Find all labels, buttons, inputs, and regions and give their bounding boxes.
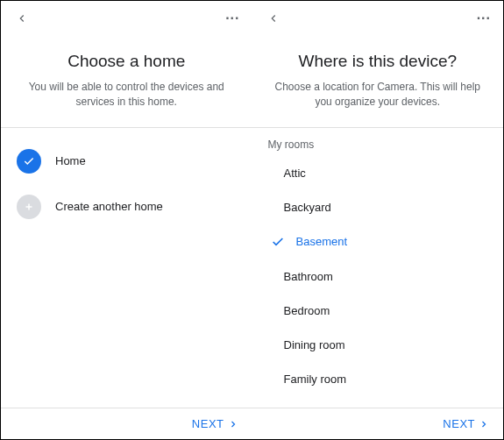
- footer: NEXT: [252, 408, 504, 439]
- page-subtitle: Choose a location for Camera. This will …: [273, 80, 483, 110]
- page-subtitle: You will be able to control the devices …: [22, 80, 231, 110]
- room-label: Family room: [268, 373, 347, 386]
- title-section: Choose a home You will be able to contro…: [1, 36, 252, 127]
- room-label: Attic: [268, 167, 306, 180]
- chevron-right-icon: [479, 419, 489, 429]
- create-home-option[interactable]: Create another home: [1, 184, 252, 230]
- chevron-left-icon: [16, 12, 28, 25]
- room-label: Dining room: [268, 338, 345, 351]
- header-bar: ···: [252, 1, 504, 36]
- chevron-left-icon: [267, 12, 280, 25]
- room-label: Backyard: [268, 201, 331, 214]
- header-bar: ···: [1, 1, 252, 36]
- room-option-family-room[interactable]: Family room: [252, 362, 504, 396]
- overflow-menu-button[interactable]: ···: [477, 11, 491, 26]
- option-label: Create another home: [55, 200, 163, 213]
- option-label: Home: [55, 154, 86, 167]
- next-button[interactable]: NEXT: [192, 417, 238, 430]
- room-label: Bathroom: [268, 270, 333, 283]
- room-label: Basement: [296, 235, 348, 248]
- check-circle-icon: [17, 149, 41, 174]
- plus-circle-icon: [17, 195, 41, 219]
- page-title: Choose a home: [22, 52, 231, 71]
- room-option-attic[interactable]: Attic: [252, 156, 504, 190]
- home-options-list: Home Create another home: [1, 128, 252, 240]
- room-option-bathroom[interactable]: Bathroom: [252, 259, 504, 294]
- back-button[interactable]: [265, 10, 282, 27]
- chevron-right-icon: [228, 419, 238, 429]
- choose-home-screen: ··· Choose a home You will be able to co…: [1, 1, 252, 439]
- next-label: NEXT: [443, 417, 475, 430]
- room-scroll-area: My rooms Attic Backyard Basement Bathroo…: [252, 128, 504, 408]
- overflow-menu-button[interactable]: ···: [225, 11, 239, 26]
- room-label: Bedroom: [268, 304, 330, 317]
- room-option-bedroom[interactable]: Bedroom: [252, 294, 504, 328]
- check-icon: [268, 235, 287, 249]
- page-title: Where is this device?: [273, 52, 483, 71]
- next-button[interactable]: NEXT: [443, 417, 489, 430]
- next-label: NEXT: [192, 417, 224, 430]
- room-option-basement[interactable]: Basement: [252, 224, 504, 259]
- room-option-backyard[interactable]: Backyard: [252, 190, 504, 224]
- room-list: Attic Backyard Basement Bathroom Bedroom…: [252, 156, 504, 396]
- section-label: My rooms: [252, 128, 504, 156]
- device-location-screen: ··· Where is this device? Choose a locat…: [252, 1, 504, 439]
- footer: NEXT: [1, 408, 252, 439]
- title-section: Where is this device? Choose a location …: [252, 36, 504, 127]
- back-button[interactable]: [13, 10, 31, 27]
- room-option-dining-room[interactable]: Dining room: [252, 328, 504, 362]
- home-option[interactable]: Home: [1, 138, 252, 184]
